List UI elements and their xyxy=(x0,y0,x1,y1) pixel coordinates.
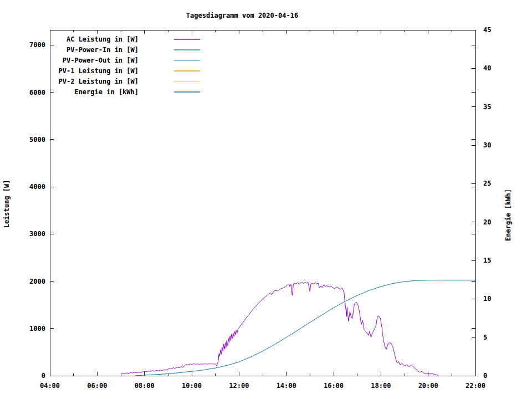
y2-tick-label: 40 xyxy=(483,64,491,72)
chart: Tagesdiagramm vom 2020-04-16 Leistung [W… xyxy=(0,0,532,399)
y-axis-label: Leistung [W] xyxy=(3,180,11,228)
x-tick-label: 22:00 xyxy=(466,382,485,390)
y-tick-label: 4000 xyxy=(29,183,45,191)
x-tick-label: 04:00 xyxy=(40,382,60,390)
legend-label: PV-1 Leistung in [W] xyxy=(59,67,139,75)
y2-tick-label: 10 xyxy=(483,295,491,303)
legend-label: PV-2 Leistung in [W] xyxy=(59,78,139,85)
y-tick-label: 0 xyxy=(42,372,45,380)
y-tick-label: 2000 xyxy=(29,278,45,285)
series-line-energie-in-kwh xyxy=(135,280,475,376)
y-tick-label: 1000 xyxy=(29,325,45,332)
x-tick-label: 10:00 xyxy=(182,382,202,390)
x-tick-label: 20:00 xyxy=(418,382,438,390)
y2-tick-label: 0 xyxy=(483,372,487,380)
x-tick-label: 16:00 xyxy=(324,382,344,390)
x-tick-label: 14:00 xyxy=(277,382,296,390)
y-tick-label: 7000 xyxy=(29,41,45,49)
y2-tick-label: 30 xyxy=(483,141,491,149)
series-line-ac-leistung-in-w xyxy=(121,282,438,375)
x-tick-label: 12:00 xyxy=(229,382,249,390)
y2-tick-label: 35 xyxy=(483,103,491,111)
y-tick-label: 6000 xyxy=(29,89,45,96)
legend-label: PV-Power-Out in [W] xyxy=(63,57,139,64)
y2-tick-label: 20 xyxy=(483,218,491,226)
plot-svg: Leistung [W] Energie [kWh] 04:0006:0008:… xyxy=(0,0,532,399)
y2-tick-label: 5 xyxy=(483,334,487,341)
legend-label: PV-Power-In in [W] xyxy=(66,46,139,54)
y2-tick-label: 15 xyxy=(483,257,491,264)
y-tick-label: 3000 xyxy=(29,230,45,238)
x-tick-label: 06:00 xyxy=(87,382,107,390)
plot-render: 04:0006:0008:0010:0012:0014:0016:0018:00… xyxy=(29,26,491,390)
y2-tick-label: 25 xyxy=(483,180,491,187)
y-tick-label: 5000 xyxy=(29,136,45,144)
x-tick-label: 18:00 xyxy=(371,382,391,390)
x-tick-label: 08:00 xyxy=(135,382,155,390)
y2-tick-label: 45 xyxy=(483,26,491,34)
legend-label: Energie in [kWh] xyxy=(74,88,139,96)
legend-label: AC Leistung in [W] xyxy=(66,35,139,43)
y2-axis-label: Energie [kWh] xyxy=(504,189,512,241)
